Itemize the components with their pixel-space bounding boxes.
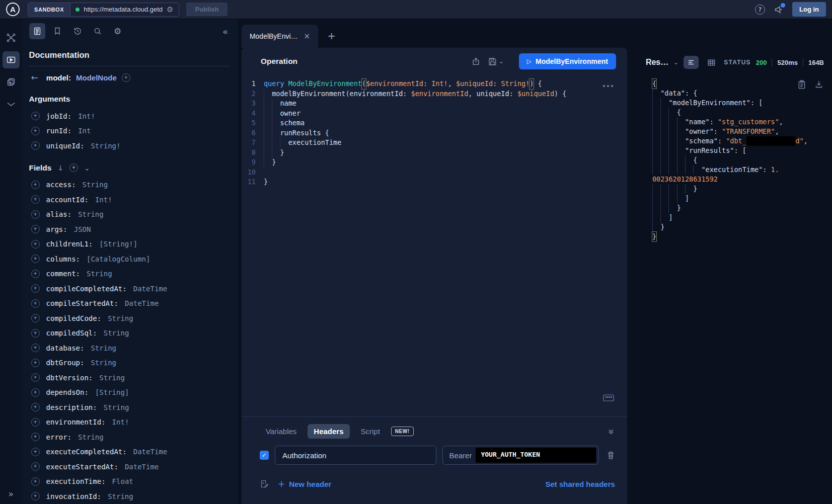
query-code[interactable]: 1query ModelByEnvironment($environmentId… <box>242 79 627 187</box>
fields-options-chevron-icon[interactable]: ⌄ <box>84 164 90 172</box>
endpoint-url-container[interactable]: https://metadata.cloud.getd ⚙ <box>70 3 178 16</box>
field-row[interactable]: +uniqueId:String! <box>31 141 230 150</box>
add-to-query-icon[interactable]: + <box>31 433 40 441</box>
add-to-query-icon[interactable]: + <box>31 329 40 338</box>
add-to-query-icon[interactable]: + <box>31 314 40 322</box>
copy-response-icon[interactable] <box>798 80 806 89</box>
tab-variables[interactable]: Variables <box>260 424 302 439</box>
formatted-view-icon[interactable] <box>684 56 699 69</box>
field-type[interactable]: DateTime <box>125 463 159 471</box>
response-dropdown-chevron-icon[interactable]: ⌄ <box>673 59 678 66</box>
field-row[interactable]: +invocationId:String <box>31 492 230 500</box>
endpoint-url[interactable]: https://metadata.cloud.getd <box>84 6 163 13</box>
field-type[interactable]: String <box>99 374 125 382</box>
breadcrumb-type[interactable]: ModelNode <box>76 73 117 82</box>
add-to-query-icon[interactable]: + <box>31 299 40 308</box>
field-type[interactable]: JSON <box>74 225 91 233</box>
add-to-query-icon[interactable]: + <box>31 255 40 263</box>
field-type[interactable]: String <box>108 314 133 322</box>
run-operation-button[interactable]: ▷ ModelByEnvironment <box>519 53 616 69</box>
endpoint-chip[interactable]: SANDBOX https://metadata.cloud.getd ⚙ <box>28 3 179 17</box>
endpoint-settings-icon[interactable]: ⚙ <box>167 5 173 14</box>
search-icon[interactable] <box>90 23 106 39</box>
graph-schema-icon[interactable] <box>3 29 20 46</box>
header-key-input[interactable] <box>275 446 437 465</box>
table-view-icon[interactable] <box>704 56 719 69</box>
close-tab-icon[interactable]: × <box>304 32 311 41</box>
publish-button[interactable]: Publish <box>186 3 228 16</box>
field-row[interactable]: +accountId:Int! <box>31 195 230 204</box>
new-header-button[interactable]: + New header <box>278 479 331 489</box>
delete-header-icon[interactable] <box>607 451 615 460</box>
field-type[interactable]: String <box>104 329 129 337</box>
field-row[interactable]: +compileStartedAt:DateTime <box>31 299 230 308</box>
query-editor[interactable]: 1query ModelByEnvironment($environmentId… <box>242 75 627 416</box>
field-row[interactable]: +executeStartedAt:DateTime <box>31 462 230 471</box>
field-row[interactable]: +runId:Int <box>31 127 230 135</box>
field-row[interactable]: +compileCompletedAt:DateTime <box>31 284 230 293</box>
field-type[interactable]: String <box>78 433 104 441</box>
field-row[interactable]: +alias:String <box>31 210 230 219</box>
auth-token-value[interactable]: YOUR_AUTH_TOKEN <box>476 448 595 463</box>
tab-script[interactable]: Script <box>355 424 386 439</box>
add-to-query-icon[interactable]: + <box>31 210 40 219</box>
field-row[interactable]: +description:String <box>31 403 230 411</box>
field-row[interactable]: +environmentId:Int! <box>31 418 230 427</box>
field-row[interactable]: +database:String <box>31 344 230 352</box>
field-type[interactable]: String <box>104 403 129 411</box>
add-to-query-icon[interactable]: + <box>31 195 40 204</box>
add-to-query-icon[interactable]: + <box>31 240 40 248</box>
add-to-query-icon[interactable]: + <box>31 492 40 500</box>
login-button[interactable]: Log in <box>792 2 826 17</box>
add-to-query-icon[interactable]: + <box>31 403 40 411</box>
field-type[interactable]: DateTime <box>125 299 159 307</box>
field-row[interactable]: +args:JSON <box>31 225 230 233</box>
field-type[interactable]: [String!] <box>99 240 137 248</box>
field-row[interactable]: +error:String <box>31 433 230 441</box>
field-row[interactable]: +compiledCode:String <box>31 314 230 322</box>
field-type[interactable]: DateTime <box>133 285 167 293</box>
field-type[interactable]: String! <box>91 142 120 150</box>
field-row[interactable]: +compiledSql:String <box>31 329 230 338</box>
field-row[interactable]: +executeCompletedAt:DateTime <box>31 448 230 456</box>
help-icon[interactable]: ? <box>755 5 765 15</box>
save-options-chevron-icon[interactable]: ⌄ <box>499 58 504 65</box>
add-to-query-icon[interactable]: + <box>31 127 40 135</box>
download-response-icon[interactable] <box>815 80 823 89</box>
explorer-icon[interactable] <box>3 51 20 68</box>
field-row[interactable]: +comment:String <box>31 270 230 278</box>
field-type[interactable]: DateTime <box>133 448 167 456</box>
field-type[interactable]: String <box>78 210 104 218</box>
back-arrow-icon[interactable]: ← <box>31 72 38 82</box>
collapse-panel-icon[interactable] <box>607 428 615 436</box>
field-type[interactable]: Int <box>78 127 91 135</box>
field-type[interactable]: Int! <box>95 196 112 204</box>
field-row[interactable]: +jobId:Int! <box>31 112 230 120</box>
field-row[interactable]: +access:String <box>31 181 230 189</box>
add-to-query-icon[interactable]: + <box>31 225 40 233</box>
preflight-script-icon[interactable] <box>260 479 269 488</box>
add-to-query-icon[interactable]: + <box>31 462 40 471</box>
field-row[interactable]: +dependsOn:[String] <box>31 388 230 397</box>
field-type[interactable]: Int! <box>78 112 95 120</box>
field-type[interactable]: Int! <box>112 418 129 426</box>
field-type[interactable]: Float <box>112 477 133 485</box>
documentation-tab-icon[interactable] <box>29 23 45 39</box>
changelog-icon[interactable] <box>3 73 20 91</box>
bookmark-icon[interactable] <box>49 23 65 39</box>
checks-icon[interactable] <box>3 96 20 113</box>
field-row[interactable]: +executionTime:Float <box>31 477 230 486</box>
operation-tab[interactable]: ModelByEnvi… × <box>242 25 318 48</box>
field-type[interactable]: String <box>87 270 112 278</box>
add-to-query-icon[interactable]: + <box>31 359 40 367</box>
field-row[interactable]: +dbtVersion:String <box>31 373 230 382</box>
field-row[interactable]: +childrenL1:[String!] <box>31 240 230 248</box>
add-to-query-icon[interactable]: + <box>31 141 40 150</box>
editor-menu-icon[interactable]: ••• <box>602 82 614 90</box>
add-all-fields-icon[interactable]: + <box>69 163 78 172</box>
field-type[interactable]: String <box>108 492 133 500</box>
field-type[interactable]: [String] <box>95 388 129 396</box>
announcements-icon[interactable] <box>774 5 783 14</box>
add-to-query-icon[interactable]: + <box>31 344 40 352</box>
add-to-query-icon[interactable]: + <box>31 388 40 397</box>
